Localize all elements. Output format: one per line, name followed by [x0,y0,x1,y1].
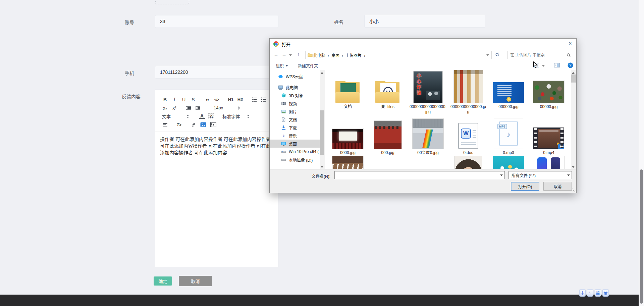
file-item[interactable]: 0000.jpg [328,117,367,155]
paragraph-format-button[interactable]: 文本 [162,113,181,120]
unordered-list-button[interactable] [261,96,267,103]
file-item[interactable]: 000000.jpg [489,71,528,109]
history-dropdown-icon[interactable] [289,54,292,56]
file-item[interactable] [328,156,367,170]
breadcrumb-item[interactable]: 此电脑 [313,53,325,58]
confirm-button[interactable]: 确定 [154,276,172,286]
clear-format-button[interactable]: Tx [176,121,182,128]
search-icon[interactable] [567,53,571,57]
font-size-button[interactable]: 14px [214,105,223,111]
sidebar-item-3d-objects[interactable]: 3D 对象 [270,91,320,99]
file-item[interactable]: MP3♪0.mp3 [489,117,528,155]
rich-text-editor[interactable]: BIUS”</>H1H2x₂x²14px文本AA标准字体Tx 操作者 可在此添加… [155,90,278,267]
sidebar-item-documents[interactable]: 文档 [270,115,320,123]
preview-pane-icon[interactable] [554,63,560,68]
sidebar-item-downloads[interactable]: 下载 [270,123,320,132]
file-item[interactable]: 000.jpg [368,117,407,155]
resize-grip[interactable] [572,189,573,189]
address-dropdown-icon[interactable] [486,54,489,56]
ime-simplified-button[interactable]: 简 [595,289,601,297]
file-item[interactable]: 00000.jpg [529,71,568,109]
cancel-button[interactable]: 取消 [179,276,212,286]
scroll-down-icon[interactable] [572,166,575,168]
file-item[interactable]: W0.doc [449,117,488,155]
italic-button[interactable]: I [171,96,177,103]
sidebar-item-wps-cloud[interactable]: WPS云盘 [270,72,320,80]
file-item[interactable] [449,156,488,170]
paragraph-stepper-button[interactable] [185,113,191,120]
back-icon[interactable]: ← [274,52,278,57]
bold-button[interactable]: B [162,96,168,103]
insert-link-button[interactable] [190,121,196,128]
heading-2-button[interactable]: H2 [237,96,243,103]
font-family-stepper-button[interactable] [245,113,251,120]
filetype-select[interactable]: 所有文件 (*.*) [508,171,572,179]
views-dropdown-icon[interactable] [542,65,545,67]
breadcrumb-item[interactable]: 上传图片 [345,53,362,58]
dialog-cancel-button[interactable]: 取消 [543,182,572,191]
underline-button[interactable]: U [181,96,187,103]
breadcrumb-item[interactable]: 桌面 [331,53,339,58]
file-item[interactable]: 桌_files [368,71,407,109]
file-item[interactable]: 00会展0.jpg [409,117,447,155]
ime-skin-button[interactable] [602,289,609,297]
refresh-icon[interactable] [495,52,499,58]
name-input[interactable] [364,15,485,28]
sidebar-item-music[interactable]: ♪音乐 [270,132,320,140]
ime-chinese-button[interactable]: 中 [579,289,586,297]
strikethrough-button[interactable]: S [190,96,196,103]
file-item[interactable]: 00000000000000.jpg [449,71,488,114]
outdent-button[interactable] [185,105,192,111]
account-input[interactable] [155,15,278,28]
ime-punctuation-button[interactable]: °, [587,289,593,297]
sidebar-scrollbar[interactable] [320,70,325,170]
highlight-color-button[interactable]: A [208,113,214,119]
sidebar-item-local-drive-d[interactable]: 本地磁盘 (D:) [270,156,320,164]
text-color-button[interactable]: A [199,113,205,119]
insert-image-button[interactable] [200,121,206,128]
file-item[interactable]: 小心诈骗0000000000000000.jpg [409,71,447,114]
help-icon[interactable]: ? [568,62,573,69]
upload-dropzone[interactable] [155,0,189,4]
views-icon[interactable] [533,63,539,68]
sidebar-item-desktop[interactable]: 桌面 [270,140,320,148]
scrollbar-thumb[interactable] [571,74,576,83]
indent-button[interactable] [195,105,201,111]
editor-content[interactable]: 操作者 可在此添加内容操作者 可在此添加内容操作者 可在此添加内容操作者 可在此… [155,132,278,160]
filename-input[interactable] [335,171,498,179]
scrollbar-thumb[interactable] [320,110,324,155]
subscript-button[interactable]: x₂ [162,105,168,111]
new-folder-button[interactable]: 新建文件夹 [298,63,318,68]
sidebar-item-win10-drive[interactable]: Win 10 Pro x64 ( [270,148,320,156]
close-icon[interactable]: × [564,39,576,49]
file-item[interactable]: 0.mp4 [529,117,568,155]
align-button[interactable] [162,121,168,128]
up-icon[interactable]: ↑ [297,52,300,57]
forward-icon[interactable]: → [282,52,286,57]
sidebar-item-pictures[interactable]: 图片 [270,107,320,115]
sidebar-item-this-pc[interactable]: 此电脑 [270,83,320,91]
scroll-down-icon[interactable] [321,166,323,168]
scrollbar-thumb[interactable] [640,169,643,304]
blockquote-button[interactable]: ” [204,96,210,103]
dialog-titlebar[interactable]: 打开 × [270,39,576,49]
sidebar-item-videos[interactable]: 视频 [270,99,320,107]
superscript-button[interactable]: x² [171,105,177,111]
font-family-button[interactable]: 标准字体 [222,113,242,120]
scroll-up-icon[interactable] [572,72,575,74]
breadcrumb[interactable]: 此电脑›桌面›上传图片› [305,51,492,59]
file-item[interactable] [529,156,568,170]
insert-video-button[interactable] [210,121,216,128]
ordered-list-button[interactable] [251,96,257,103]
search-input[interactable] [508,53,567,57]
open-button[interactable]: 打开(O) [511,182,539,191]
font-size-stepper-button[interactable] [236,105,242,111]
file-item[interactable] [489,156,528,170]
file-item[interactable]: 文档 [328,71,367,109]
phone-input[interactable] [155,66,278,79]
page-scrollbar[interactable] [639,0,644,306]
chevron-down-icon[interactable] [500,174,503,176]
scroll-up-icon[interactable] [321,72,323,74]
heading-1-button[interactable]: H1 [228,96,234,103]
organize-button[interactable]: 组织 [276,63,288,68]
